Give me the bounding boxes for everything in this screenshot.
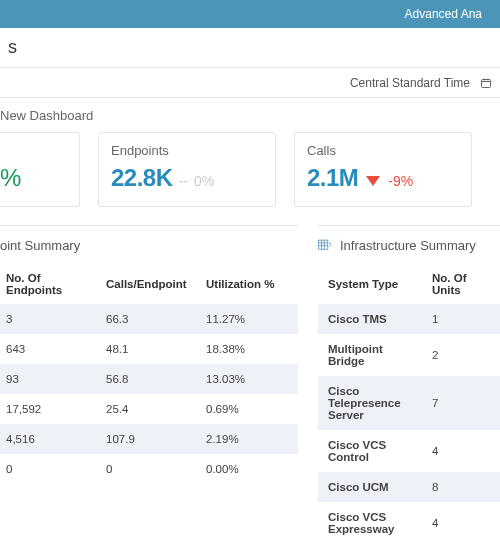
- topbar: Advanced Ana: [0, 0, 500, 28]
- table-row[interactable]: Multipoint Bridge2: [318, 334, 500, 376]
- summary-panels-row: oint Summary No. Of Endpoints Calls/Endp…: [0, 225, 500, 540]
- kpi-delta-calls: -9%: [388, 173, 413, 189]
- infra-summary-title: Infrastructure Summary: [340, 238, 476, 253]
- kpi-title-endpoints: Endpoints: [111, 143, 263, 158]
- table-row[interactable]: 000.00%: [0, 454, 298, 484]
- col-units[interactable]: No. Of Units: [426, 264, 500, 304]
- col-calls-per-endpoint[interactable]: Calls/Endpoint: [100, 264, 200, 304]
- col-endpoints[interactable]: No. Of Endpoints: [0, 264, 100, 304]
- table-row[interactable]: Cisco VCS Expressway4: [318, 502, 500, 540]
- endpoint-summary-table: No. Of Endpoints Calls/Endpoint Utilizat…: [0, 264, 298, 484]
- table-row[interactable]: 4,516107.92.19%: [0, 424, 298, 454]
- svg-rect-1: [319, 240, 328, 249]
- table-row[interactable]: Cisco Telepresence Server7: [318, 376, 500, 430]
- kpi-card-endpoints[interactable]: Endpoints 22.8K -- 0%: [98, 132, 276, 207]
- kpi-value-calls: 2.1M: [307, 164, 358, 192]
- kpi-dash: --: [179, 173, 188, 189]
- trend-down-icon: [366, 176, 380, 186]
- subbar: Central Standard Time: [0, 68, 500, 98]
- advanced-analytics-link[interactable]: Advanced Ana: [405, 7, 482, 21]
- endpoint-summary-header: oint Summary: [0, 226, 298, 264]
- calendar-icon[interactable]: [480, 77, 492, 89]
- svg-rect-0: [482, 79, 491, 87]
- table-row[interactable]: 366.311.27%: [0, 304, 298, 334]
- col-utilization[interactable]: Utilization %: [200, 264, 298, 304]
- dashboard-name-row: New Dashboard: [0, 98, 500, 132]
- kpi-cards-row: % Endpoints 22.8K -- 0% Calls 2.1M -9%: [0, 132, 500, 225]
- infra-summary-header: Infrastructure Summary: [318, 226, 500, 264]
- endpoint-summary-panel: oint Summary No. Of Endpoints Calls/Endp…: [0, 225, 298, 540]
- kpi-card-calls[interactable]: Calls 2.1M -9%: [294, 132, 472, 207]
- infrastructure-summary-panel: Infrastructure Summary System Type No. O…: [318, 225, 500, 540]
- table-row[interactable]: Cisco VCS Control4: [318, 430, 500, 472]
- endpoint-summary-title: oint Summary: [0, 238, 80, 253]
- dashboard-name[interactable]: New Dashboard: [0, 108, 93, 123]
- page-title: s: [8, 37, 17, 58]
- table-row[interactable]: 64348.118.38%: [0, 334, 298, 364]
- kpi-title-calls: Calls: [307, 143, 459, 158]
- kpi-value-endpoints: 22.8K: [111, 164, 173, 192]
- timezone-label: Central Standard Time: [350, 76, 470, 90]
- table-row[interactable]: 17,59225.40.69%: [0, 394, 298, 424]
- kpi-partial-value: %: [0, 164, 21, 192]
- kpi-card-partial: %: [0, 132, 80, 207]
- table-row[interactable]: Cisco UCM8: [318, 472, 500, 502]
- kpi-delta-endpoints: 0%: [194, 173, 214, 189]
- infra-summary-table: System Type No. Of Units Cisco TMS1 Mult…: [318, 264, 500, 540]
- table-row[interactable]: 9356.813.03%: [0, 364, 298, 394]
- grid-icon: [318, 239, 332, 251]
- page-title-row: s: [0, 28, 500, 68]
- table-row[interactable]: Cisco TMS1: [318, 304, 500, 334]
- col-system-type[interactable]: System Type: [318, 264, 426, 304]
